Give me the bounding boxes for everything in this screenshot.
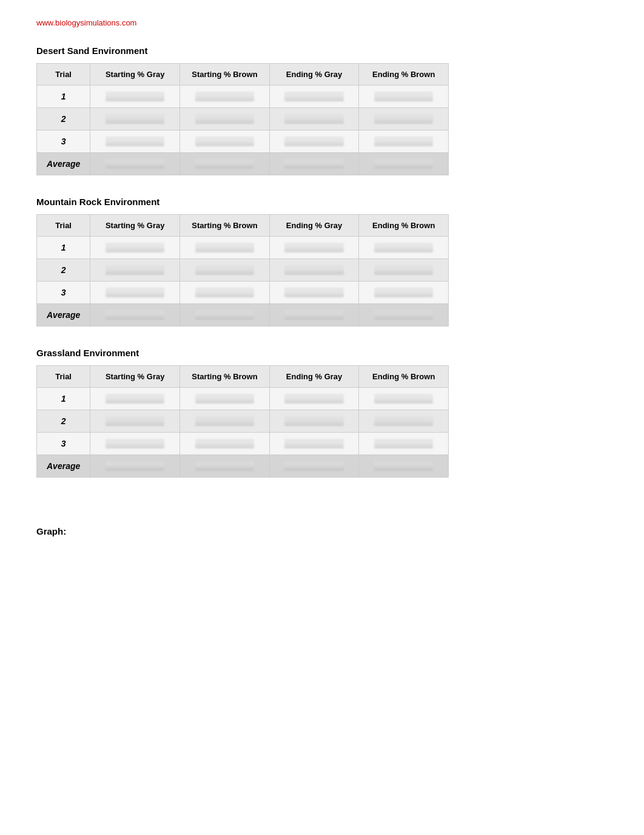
- data-cell-desert-2-2[interactable]: [269, 130, 359, 153]
- data-cell-grassland-2-1[interactable]: [180, 433, 270, 455]
- blurred-bar: [195, 137, 255, 146]
- data-cell-grassland-3-2[interactable]: [269, 455, 359, 478]
- data-cell-mountain-1-1[interactable]: [180, 259, 270, 282]
- blurred-bar: [195, 394, 255, 404]
- col-header-grassland-1: Starting % Gray: [90, 366, 180, 388]
- data-cell-mountain-0-0[interactable]: [90, 237, 180, 259]
- data-cell-mountain-2-0[interactable]: [90, 282, 180, 304]
- row-label-grassland-0: 1: [37, 388, 90, 410]
- blurred-bar: [374, 114, 433, 124]
- data-cell-desert-0-2[interactable]: [269, 86, 359, 108]
- data-cell-desert-1-3[interactable]: [359, 108, 449, 130]
- data-cell-mountain-0-3[interactable]: [359, 237, 449, 259]
- blurred-bar: [284, 439, 343, 448]
- blurred-bar: [284, 265, 343, 275]
- table-row-desert-2: 2: [37, 108, 449, 130]
- data-cell-mountain-0-1[interactable]: [180, 237, 270, 259]
- col-header-desert-3: Ending % Gray: [269, 64, 359, 86]
- blurred-bar: [374, 461, 433, 471]
- col-header-mountain-0: Trial: [37, 215, 90, 237]
- data-cell-grassland-1-2[interactable]: [269, 410, 359, 433]
- blurred-bar: [374, 137, 433, 146]
- col-header-grassland-3: Ending % Gray: [269, 366, 359, 388]
- blurred-bar: [106, 394, 165, 404]
- row-average-desert: Average: [37, 153, 449, 175]
- data-cell-grassland-0-1[interactable]: [180, 388, 270, 410]
- data-cell-mountain-3-2[interactable]: [269, 304, 359, 326]
- blurred-bar: [374, 416, 433, 426]
- data-cell-grassland-3-0[interactable]: [90, 455, 180, 478]
- data-cell-mountain-2-1[interactable]: [180, 282, 270, 304]
- blurred-bar: [284, 394, 343, 404]
- blurred-bar: [195, 265, 255, 275]
- col-header-mountain-4: Ending % Brown: [359, 215, 449, 237]
- data-cell-grassland-2-3[interactable]: [359, 433, 449, 455]
- section-grassland: Grassland EnvironmentTrialStarting % Gra…: [36, 348, 608, 478]
- data-cell-grassland-1-0[interactable]: [90, 410, 180, 433]
- data-cell-mountain-3-3[interactable]: [359, 304, 449, 326]
- blurred-bar: [195, 439, 255, 448]
- data-cell-desert-0-0[interactable]: [90, 86, 180, 108]
- data-cell-desert-0-3[interactable]: [359, 86, 449, 108]
- data-cell-desert-2-1[interactable]: [180, 130, 270, 153]
- data-cell-mountain-2-3[interactable]: [359, 282, 449, 304]
- table-desert: TrialStarting % GrayStarting % BrownEndi…: [36, 63, 449, 175]
- data-cell-mountain-1-2[interactable]: [269, 259, 359, 282]
- table-grassland: TrialStarting % GrayStarting % BrownEndi…: [36, 365, 449, 478]
- data-cell-grassland-0-3[interactable]: [359, 388, 449, 410]
- graph-label: Graph:: [36, 526, 66, 536]
- data-cell-desert-3-3[interactable]: [359, 153, 449, 175]
- data-cell-desert-1-2[interactable]: [269, 108, 359, 130]
- data-cell-grassland-1-3[interactable]: [359, 410, 449, 433]
- blurred-bar: [195, 288, 255, 297]
- blurred-bar: [284, 114, 343, 124]
- blurred-bar: [195, 416, 255, 426]
- data-cell-desert-3-2[interactable]: [269, 153, 359, 175]
- data-cell-grassland-0-2[interactable]: [269, 388, 359, 410]
- col-header-desert-2: Starting % Brown: [180, 64, 270, 86]
- data-cell-desert-3-0[interactable]: [90, 153, 180, 175]
- data-cell-desert-0-1[interactable]: [180, 86, 270, 108]
- data-cell-grassland-2-0[interactable]: [90, 433, 180, 455]
- row-label-mountain-0: 1: [37, 237, 90, 259]
- blurred-bar: [374, 159, 433, 169]
- col-header-grassland-4: Ending % Brown: [359, 366, 449, 388]
- data-cell-desert-1-0[interactable]: [90, 108, 180, 130]
- data-cell-grassland-2-2[interactable]: [269, 433, 359, 455]
- blurred-bar: [195, 461, 255, 471]
- col-header-desert-1: Starting % Gray: [90, 64, 180, 86]
- data-cell-mountain-0-2[interactable]: [269, 237, 359, 259]
- blurred-bar: [106, 265, 165, 275]
- blurred-bar: [106, 416, 165, 426]
- website-link[interactable]: www.biologysimulations.com: [36, 18, 608, 27]
- data-cell-desert-2-0[interactable]: [90, 130, 180, 153]
- row-label-grassland-3: Average: [37, 455, 90, 478]
- blurred-bar: [284, 288, 343, 297]
- data-cell-desert-3-1[interactable]: [180, 153, 270, 175]
- data-cell-grassland-1-1[interactable]: [180, 410, 270, 433]
- blurred-bar: [284, 461, 343, 471]
- section-desert: Desert Sand EnvironmentTrialStarting % G…: [36, 46, 608, 175]
- data-cell-mountain-1-3[interactable]: [359, 259, 449, 282]
- data-cell-mountain-3-0[interactable]: [90, 304, 180, 326]
- data-cell-grassland-0-0[interactable]: [90, 388, 180, 410]
- blurred-bar: [374, 310, 433, 320]
- data-cell-mountain-1-0[interactable]: [90, 259, 180, 282]
- table-row-desert-3: 3: [37, 130, 449, 153]
- row-label-desert-1: 2: [37, 108, 90, 130]
- data-cell-grassland-3-1[interactable]: [180, 455, 270, 478]
- blurred-bar: [374, 265, 433, 275]
- table-row-mountain-1: 1: [37, 237, 449, 259]
- blurred-bar: [374, 92, 433, 101]
- data-cell-grassland-3-3[interactable]: [359, 455, 449, 478]
- data-cell-mountain-2-2[interactable]: [269, 282, 359, 304]
- col-header-mountain-1: Starting % Gray: [90, 215, 180, 237]
- blurred-bar: [106, 114, 165, 124]
- blurred-bar: [284, 159, 343, 169]
- data-cell-desert-2-3[interactable]: [359, 130, 449, 153]
- blurred-bar: [106, 288, 165, 297]
- data-cell-desert-1-1[interactable]: [180, 108, 270, 130]
- data-cell-mountain-3-1[interactable]: [180, 304, 270, 326]
- blurred-bar: [374, 439, 433, 448]
- blurred-bar: [106, 461, 165, 471]
